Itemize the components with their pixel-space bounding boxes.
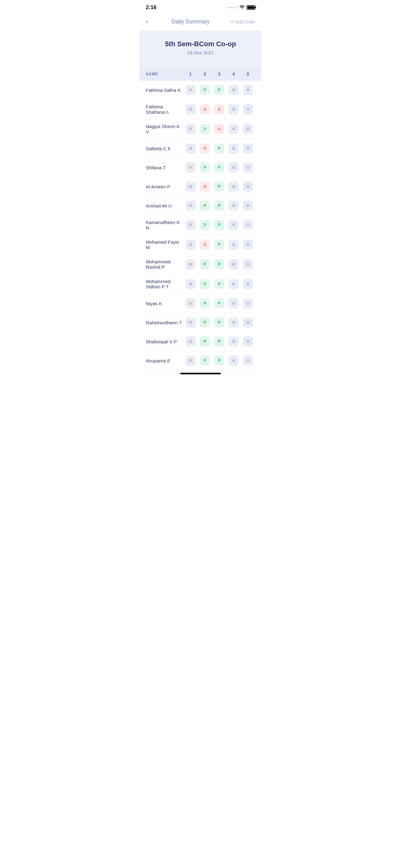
- period-3-cell[interactable]: A: [212, 104, 226, 114]
- period-2-cell[interactable]: P: [198, 317, 212, 328]
- table-row[interactable]: Nagiya Sherin A V U P A U U: [140, 119, 261, 139]
- table-row[interactable]: Raheesudheen T U P P U U: [140, 313, 261, 332]
- period-3-cell[interactable]: P: [212, 240, 226, 250]
- period-1-cell[interactable]: U: [183, 124, 198, 134]
- period-3-cell[interactable]: P: [212, 182, 226, 191]
- period-5-cell[interactable]: U: [241, 182, 255, 191]
- period-4-cell[interactable]: U: [226, 104, 241, 114]
- attendance-badge: U: [243, 200, 253, 211]
- table-row[interactable]: Niyas K U P P U U: [140, 294, 261, 313]
- period-3-cell[interactable]: P: [212, 279, 226, 289]
- back-button[interactable]: ‹: [146, 16, 151, 27]
- period-4-cell[interactable]: U: [226, 144, 241, 153]
- table-row[interactable]: Mohammed Sidhan P T U P P U U: [140, 274, 261, 294]
- table-row[interactable]: Safeela C K U A P U U: [140, 139, 261, 158]
- table-row[interactable]: Al Ameen P U A P U U: [140, 177, 261, 196]
- table-row[interactable]: Fathima Safna K U P P U U: [140, 81, 261, 100]
- period-3-cell[interactable]: A: [212, 124, 226, 134]
- period-5-cell[interactable]: U: [241, 104, 255, 114]
- period-5-cell[interactable]: U: [241, 355, 255, 366]
- period-2-cell[interactable]: P: [198, 299, 212, 308]
- period-2-cell[interactable]: P: [198, 162, 212, 173]
- period-4-cell[interactable]: U: [226, 259, 241, 269]
- period-5-cell[interactable]: U: [241, 144, 255, 153]
- period-2-cell[interactable]: A: [198, 240, 212, 250]
- period-5-cell[interactable]: U: [241, 124, 255, 134]
- period-2-cell[interactable]: P: [198, 259, 212, 269]
- edit-date-button[interactable]: ✏ Edit Date: [231, 19, 255, 24]
- period-3-cell[interactable]: P: [212, 317, 226, 328]
- period-1-cell[interactable]: U: [183, 317, 198, 328]
- period-5-cell[interactable]: U: [241, 279, 255, 289]
- period-2-cell[interactable]: A: [198, 182, 212, 191]
- period-1-cell[interactable]: U: [183, 355, 198, 366]
- period-4-cell[interactable]: U: [226, 200, 241, 211]
- period-1-cell[interactable]: U: [183, 220, 198, 230]
- period-2-cell[interactable]: P: [198, 337, 212, 346]
- period-5-cell[interactable]: U: [241, 240, 255, 250]
- period-4-cell[interactable]: U: [226, 220, 241, 230]
- period-5-cell[interactable]: U: [241, 259, 255, 269]
- period-1-cell[interactable]: U: [183, 279, 198, 289]
- table-row[interactable]: Mohammed Rashid P U P P U U: [140, 255, 261, 274]
- period-2-cell[interactable]: P: [198, 200, 212, 211]
- period-4-cell[interactable]: U: [226, 337, 241, 346]
- period-3-cell[interactable]: P: [212, 162, 226, 173]
- period-2-cell[interactable]: P: [198, 355, 212, 366]
- period-2-cell[interactable]: P: [198, 279, 212, 289]
- attendance-badge: U: [186, 182, 196, 191]
- table-row[interactable]: Arshad Ali U U P P U U: [140, 196, 261, 215]
- period-5-cell[interactable]: U: [241, 220, 255, 230]
- period-4-cell[interactable]: U: [226, 182, 241, 191]
- period-4-cell[interactable]: U: [226, 299, 241, 308]
- period-1-cell[interactable]: U: [183, 182, 198, 191]
- period-4-cell[interactable]: U: [226, 279, 241, 289]
- period-4-cell[interactable]: U: [226, 355, 241, 366]
- period-2-cell[interactable]: P: [198, 85, 212, 95]
- attendance-badge: U: [186, 317, 196, 328]
- period-1-cell[interactable]: U: [183, 104, 198, 114]
- student-name: Shafeeqali V P: [146, 339, 183, 344]
- period-3-cell[interactable]: P: [212, 337, 226, 346]
- period-4-cell[interactable]: U: [226, 124, 241, 134]
- period-5-cell[interactable]: U: [241, 317, 255, 328]
- period-5-cell[interactable]: U: [241, 85, 255, 95]
- period-4-cell[interactable]: U: [226, 240, 241, 250]
- period-4-cell[interactable]: U: [226, 162, 241, 173]
- period-1-cell[interactable]: U: [183, 299, 198, 308]
- period-2-cell[interactable]: P: [198, 220, 212, 230]
- period-1-cell[interactable]: U: [183, 240, 198, 250]
- period-3-cell[interactable]: P: [212, 299, 226, 308]
- period-1-cell[interactable]: U: [183, 200, 198, 211]
- period-3-cell[interactable]: P: [212, 85, 226, 95]
- period-4-cell[interactable]: U: [226, 85, 241, 95]
- period-2-cell[interactable]: A: [198, 104, 212, 114]
- period-5-cell[interactable]: U: [241, 299, 255, 308]
- table-row[interactable]: Shafeeqali V P U P P U U: [140, 332, 261, 351]
- period-2-cell[interactable]: A: [198, 144, 212, 153]
- nav-title: Daily Summary: [151, 19, 231, 25]
- period-5-cell[interactable]: U: [241, 162, 255, 173]
- period-2-cell[interactable]: P: [198, 124, 212, 134]
- table-row[interactable]: Fathima Shahana.n U A A U U: [140, 100, 261, 119]
- period-3-cell[interactable]: P: [212, 144, 226, 153]
- period-1-cell[interactable]: U: [183, 85, 198, 95]
- period-3-cell[interactable]: P: [212, 355, 226, 366]
- period-5-cell[interactable]: U: [241, 337, 255, 346]
- table-row[interactable]: Kamarudheen K N U P P U U: [140, 215, 261, 235]
- attendance-badge: P: [200, 162, 210, 173]
- period-1-cell[interactable]: U: [183, 162, 198, 173]
- period-3-cell[interactable]: P: [212, 200, 226, 211]
- period-1-cell[interactable]: U: [183, 259, 198, 269]
- attendance-badge: P: [200, 200, 210, 211]
- attendance-badge: U: [186, 85, 196, 95]
- period-5-cell[interactable]: U: [241, 200, 255, 211]
- period-4-cell[interactable]: U: [226, 317, 241, 328]
- table-row[interactable]: Shifana T U P P U U: [140, 158, 261, 177]
- period-3-cell[interactable]: P: [212, 259, 226, 269]
- table-row[interactable]: Anupama E U P P U U: [140, 351, 261, 370]
- period-1-cell[interactable]: U: [183, 144, 198, 153]
- period-3-cell[interactable]: P: [212, 220, 226, 230]
- period-1-cell[interactable]: U: [183, 337, 198, 346]
- table-row[interactable]: Mohamed Fayis M U A P U U: [140, 235, 261, 255]
